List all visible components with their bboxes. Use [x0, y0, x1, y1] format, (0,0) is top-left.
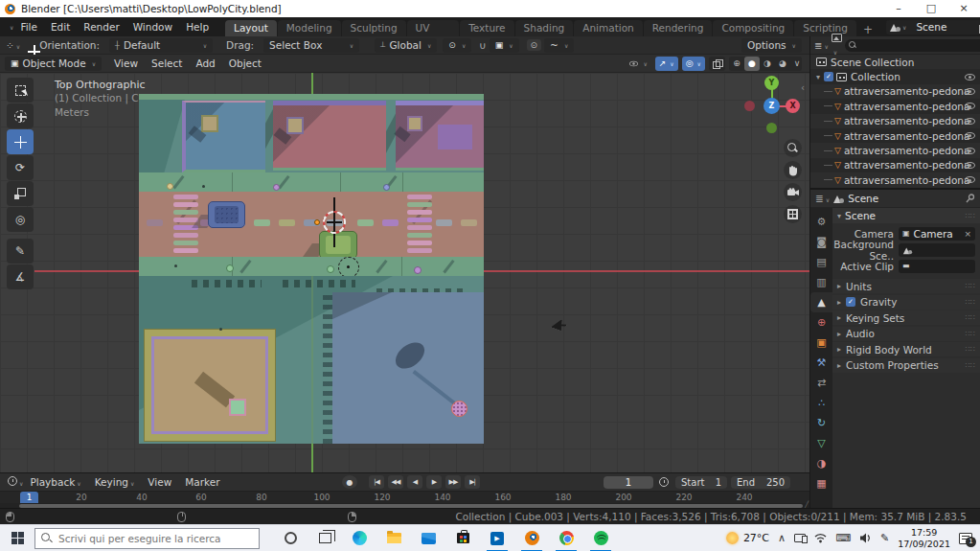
viewport-menu-view[interactable]: View: [107, 57, 145, 69]
marker-menu[interactable]: Marker: [178, 476, 226, 488]
play-reverse-button[interactable]: ◀: [407, 475, 422, 489]
drag-handle-icon[interactable]: ∷∷: [966, 282, 975, 290]
volume-icon[interactable]: [859, 533, 872, 543]
tab-modifiers[interactable]: ⚒: [810, 353, 832, 373]
eye-icon[interactable]: [965, 118, 975, 125]
camera-field[interactable]: ▣ Camera ×: [899, 227, 975, 241]
editor-type-icon[interactable]: ≣∨: [815, 193, 830, 204]
outliner-row-object[interactable]: ▽attraversamento-pedona: [810, 99, 980, 113]
gizmo-axis-y[interactable]: Y: [764, 76, 779, 90]
orientation-dropdown[interactable]: ┼ Default ∨: [109, 38, 213, 53]
display-mode-icon[interactable]: ≣∨: [814, 40, 829, 51]
chimney[interactable]: [201, 115, 218, 132]
pivot-point-dropdown[interactable]: ⊙∨: [443, 38, 471, 53]
transform-orientation-dropdown[interactable]: ⟂ Global ∨: [375, 38, 437, 53]
drag-handle-icon[interactable]: ∷∷: [966, 361, 975, 370]
crosswalk-right[interactable]: [407, 195, 432, 254]
tab-animation[interactable]: Animation: [574, 20, 643, 36]
mode-dropdown[interactable]: ▣ Object Mode ∨: [5, 57, 102, 71]
tab-shading[interactable]: Shading: [515, 20, 574, 36]
building-blue[interactable]: [182, 101, 265, 172]
active-clip-field[interactable]: ▬: [899, 260, 975, 273]
end-frame-field[interactable]: End250: [731, 476, 790, 489]
viewport-menu-select[interactable]: Select: [145, 57, 189, 69]
snap-target-dropdown[interactable]: ▣∨: [490, 38, 519, 53]
road-dash[interactable]: [279, 219, 295, 226]
viewport-menu-add[interactable]: Add: [189, 57, 221, 69]
search-input[interactable]: [58, 533, 240, 544]
notification-center-button[interactable]: 1: [959, 533, 972, 544]
clear-camera-icon[interactable]: ×: [964, 229, 971, 239]
collection-checkbox[interactable]: ✓: [824, 72, 833, 81]
road-dash[interactable]: [357, 219, 374, 226]
disclosure-icon[interactable]: ▾: [816, 73, 820, 81]
drag-handle-icon[interactable]: ∷∷: [966, 345, 975, 354]
viewport-canvas[interactable]: Top Orthographic (1) Collection | Cube.0…: [0, 73, 809, 472]
shading-solid-icon[interactable]: ●: [744, 57, 760, 71]
outliner-search[interactable]: [845, 39, 980, 52]
street-object-green[interactable]: [327, 265, 334, 273]
edge-button[interactable]: [342, 525, 376, 551]
scale-tool[interactable]: [7, 181, 34, 206]
measure-tool[interactable]: ∡: [7, 264, 34, 289]
prev-keyframe-button[interactable]: ◀◀: [388, 475, 403, 489]
outliner-row-collection[interactable]: ▾ ✓ Collection: [810, 69, 980, 83]
active-tool-icon[interactable]: ⁘∨: [6, 39, 20, 51]
zoom-button[interactable]: [784, 139, 802, 157]
gizmo-axis-x[interactable]: X: [786, 99, 800, 113]
tab-layout[interactable]: Layout: [225, 20, 277, 36]
city-scene[interactable]: [139, 94, 484, 444]
road-dash[interactable]: [147, 219, 163, 226]
tab-object-data[interactable]: ▽: [810, 433, 832, 453]
gizmo-axis-y-neg[interactable]: [766, 123, 777, 133]
viewport-menu-object[interactable]: Object: [222, 57, 268, 69]
empty-object[interactable]: [338, 257, 359, 278]
transform-tool[interactable]: ◎: [7, 207, 34, 232]
eye-icon[interactable]: [965, 88, 975, 95]
outliner-search-input[interactable]: [845, 39, 980, 52]
chrome-button[interactable]: [549, 525, 583, 551]
pan-hand-button[interactable]: [784, 161, 802, 179]
clock[interactable]: 17:59 17/09/2021: [898, 527, 950, 549]
road-dash[interactable]: [382, 219, 399, 226]
panel-units[interactable]: ▸ Units ∷∷: [832, 279, 980, 293]
panel-gravity[interactable]: ▸ ✓ Gravity ∷∷: [832, 295, 980, 310]
outliner-row-object[interactable]: ▽attraversamento-pedona: [810, 143, 980, 157]
road-dash[interactable]: [436, 219, 452, 226]
tab-particles[interactable]: ∴: [810, 393, 832, 413]
jump-to-start-button[interactable]: |◀: [369, 475, 384, 489]
outliner-row-object[interactable]: ▽attraversamento-pedona: [810, 84, 980, 99]
menu-render[interactable]: Render: [77, 21, 125, 33]
drag-handle-icon[interactable]: ∷∷: [966, 330, 975, 338]
tab-scripting[interactable]: Scripting: [794, 20, 856, 36]
playback-menu[interactable]: Playback∨: [23, 476, 87, 488]
background-scene-field[interactable]: [899, 243, 975, 257]
touch-keyboard-icon[interactable]: ⌨: [835, 532, 851, 544]
stopwatch-icon[interactable]: [659, 477, 669, 489]
menu-file[interactable]: File: [13, 21, 44, 33]
next-keyframe-button[interactable]: ▶▶: [445, 475, 461, 489]
snap-magnet-icon[interactable]: ∪: [479, 40, 486, 51]
jump-to-end-button[interactable]: ▶|: [465, 475, 480, 489]
show-overlays-toggle[interactable]: ◎∨: [682, 57, 705, 71]
chimney[interactable]: [229, 399, 246, 416]
road-dash[interactable]: [254, 219, 270, 226]
mail-button[interactable]: [411, 525, 445, 551]
tab-tool[interactable]: ⚙: [810, 212, 832, 232]
tab-compositing[interactable]: Compositing: [713, 20, 793, 36]
outliner-row-object[interactable]: ▽attraversamento-pedona: [810, 128, 980, 143]
tab-constraints[interactable]: ⇄: [810, 373, 832, 393]
timeline-view-menu[interactable]: View: [141, 476, 178, 488]
menu-window[interactable]: Window: [126, 21, 179, 33]
tab-texture-paint[interactable]: Texture Paint: [460, 20, 513, 36]
pen-icon[interactable]: ✎: [880, 532, 889, 544]
show-hidden-icons-button[interactable]: ∧: [778, 532, 786, 544]
scene-selector[interactable]: ∨ Scene ×: [886, 20, 980, 34]
street-object-small[interactable]: [202, 185, 205, 188]
eye-icon[interactable]: [965, 103, 975, 109]
drag-dropdown[interactable]: Select Box ∨: [263, 38, 359, 53]
spotify-button[interactable]: [583, 525, 618, 551]
gravity-checkbox[interactable]: ✓: [846, 297, 855, 307]
tablet-mode-icon[interactable]: [794, 534, 806, 542]
blender-taskbar-button[interactable]: [514, 525, 549, 551]
